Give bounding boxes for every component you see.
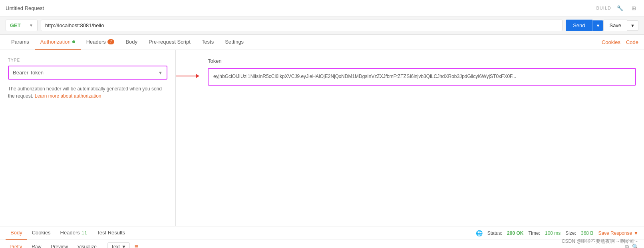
type-select-value: Bearer Token (13, 70, 44, 76)
auth-left-panel: TYPE Bearer Token ▼ The authorization he… (0, 50, 176, 226)
request-title: Untitled Request (6, 5, 44, 11)
status-value: 200 OK (507, 230, 523, 236)
tab-pre-request[interactable]: Pre-request Script (143, 35, 196, 50)
headers-badge: 7 (107, 39, 115, 44)
tab-headers[interactable]: Headers 7 (81, 35, 120, 50)
tab-authorization[interactable]: Authorization (35, 35, 81, 50)
save-button[interactable]: Save (603, 20, 627, 31)
code-link[interactable]: Code (626, 35, 638, 49)
auth-right-panel: Token eyjhbGciOiJIUzI1NiIsInR5cCl6IkpXVC… (200, 50, 644, 226)
title-bar: Untitled Request BUILD 🔧 ⊞ (0, 0, 644, 16)
token-input[interactable]: eyjhbGciOiJIUzI1NiIsInR5cCl6IkpXVCJ9.eyJ… (208, 68, 636, 86)
response-status-bar: 🌐 Status: 200 OK Time: 100 ms Size: 368 … (476, 230, 638, 236)
grid-icon[interactable]: ⊞ (629, 3, 638, 13)
token-label: Token (208, 58, 636, 64)
response-section: Body Cookies Headers 11 Test Results 🌐 S… (0, 226, 644, 248)
time-label: Time: (528, 230, 540, 236)
response-tab-body[interactable]: Body (6, 226, 27, 240)
method-chevron-icon: ▼ (29, 23, 33, 28)
save-dropdown-button[interactable]: ▼ (627, 20, 638, 31)
url-input[interactable] (41, 20, 563, 31)
main-content: TYPE Bearer Token ▼ The authorization he… (0, 50, 644, 226)
response-tabs-bar: Body Cookies Headers 11 Test Results 🌐 S… (0, 226, 644, 240)
text-format-dropdown[interactable]: Text ▼ (107, 242, 130, 248)
method-value: GET (10, 22, 21, 28)
tab-params[interactable]: Params (6, 35, 35, 50)
send-save-group: Send ▼ Save ▼ (566, 20, 638, 31)
tab-settings[interactable]: Settings (219, 35, 249, 50)
response-tab-headers[interactable]: Headers 11 (56, 226, 92, 240)
pretty-button[interactable]: Pretty (6, 242, 26, 248)
toolbar-divider (104, 243, 104, 248)
response-headers-badge: 11 (81, 230, 87, 236)
type-label: TYPE (8, 58, 167, 62)
size-value: 368 B (581, 230, 593, 236)
send-button[interactable]: Send (566, 20, 592, 31)
arrow-icon (176, 74, 199, 78)
type-chevron-icon: ▼ (158, 70, 163, 75)
tab-body[interactable]: Body (120, 35, 143, 50)
authorization-dot (72, 40, 75, 43)
tabs-right-links: Cookies Code (602, 35, 638, 49)
method-select[interactable]: GET ▼ (6, 20, 38, 31)
tab-tests[interactable]: Tests (196, 35, 219, 50)
build-label: BUILD (596, 6, 611, 10)
request-tabs-bar: Params Authorization Headers 7 Body Pre-… (0, 35, 644, 50)
response-tab-cookies[interactable]: Cookies (27, 226, 56, 240)
arrow-area (176, 50, 200, 226)
send-dropdown-button[interactable]: ▼ (592, 20, 604, 31)
wrench-icon[interactable]: 🔧 (615, 3, 625, 13)
text-format-chevron-icon: ▼ (121, 244, 126, 248)
auth-note: The authorization header will be automat… (8, 85, 167, 100)
title-bar-actions: BUILD 🔧 ⊞ (596, 3, 638, 13)
url-bar: GET ▼ Send ▼ Save ▼ (0, 16, 644, 35)
auth-note-link[interactable]: Learn more about authorization (35, 93, 101, 99)
visualize-button[interactable]: Visualize (74, 242, 101, 248)
size-label: Size: (565, 230, 576, 236)
cookies-link[interactable]: Cookies (602, 35, 620, 49)
status-label: Status: (487, 230, 502, 236)
watermark: CSDN @啦啦不要熬夜啊 ~ 啊哈哈~ (562, 238, 638, 245)
type-select-box[interactable]: Bearer Token ▼ (8, 66, 167, 80)
wrap-icon[interactable]: ≡ (135, 243, 138, 248)
response-tab-test-results[interactable]: Test Results (92, 226, 130, 240)
save-response-button[interactable]: Save Response ▼ (598, 230, 638, 236)
time-value: 100 ms (545, 230, 561, 236)
save-response-chevron-icon: ▼ (634, 230, 638, 236)
globe-icon: 🌐 (476, 230, 483, 236)
raw-button[interactable]: Raw (28, 242, 45, 248)
preview-button[interactable]: Preview (47, 242, 72, 248)
response-toolbar: Pretty Raw Preview Visualize Text ▼ ≡ ⧉ … (0, 240, 644, 248)
